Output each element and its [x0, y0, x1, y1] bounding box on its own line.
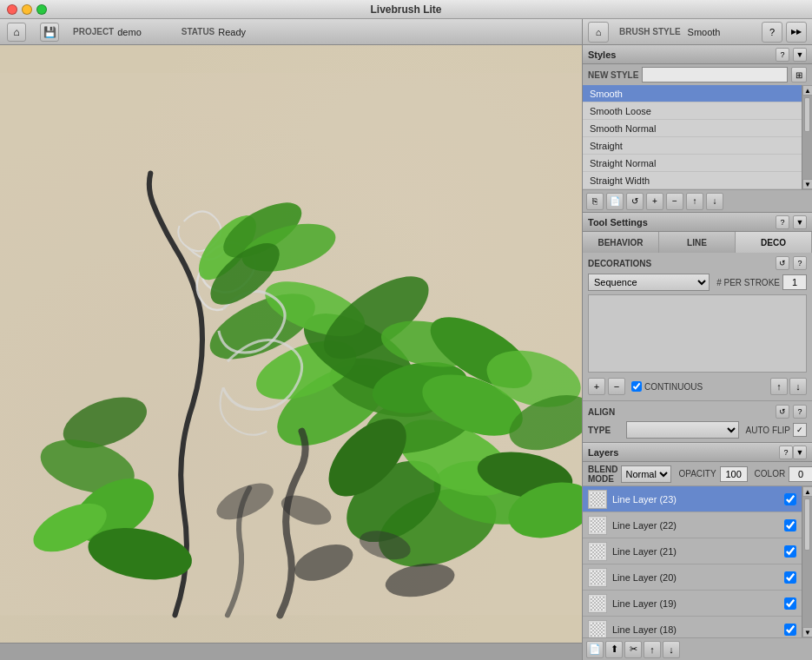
minimize-button[interactable] — [22, 4, 32, 15]
align-refresh-btn[interactable]: ↺ — [776, 405, 789, 419]
layer-check-21[interactable] — [784, 545, 796, 558]
styles-help-btn[interactable]: ? — [776, 48, 789, 62]
deco-plus-btn[interactable]: + — [588, 378, 605, 395]
style-item-straight[interactable]: Straight — [583, 137, 802, 155]
layer-check-22[interactable] — [784, 519, 796, 531]
app-title: Livebrush Lite — [370, 3, 441, 16]
deco-header-row: DECORATIONS ↺ ? — [588, 256, 807, 270]
auto-flip-check[interactable]: ✓ — [793, 423, 807, 437]
blend-mode-select[interactable]: Normal — [621, 465, 671, 483]
deco-section: DECORATIONS ↺ ? Sequence # PER STROKE — [583, 253, 812, 400]
layer-up-btn[interactable]: ↑ — [644, 641, 661, 658]
deco-up-btn[interactable]: ↑ — [770, 378, 788, 395]
align-help-btn[interactable]: ? — [793, 405, 807, 419]
layer-check-19[interactable] — [784, 597, 796, 610]
close-button[interactable] — [7, 4, 17, 15]
tool-settings-collapse-btn[interactable]: ▼ — [793, 215, 807, 229]
style-item-straight-width[interactable]: Straight Width — [583, 172, 802, 189]
color-input[interactable] — [789, 466, 812, 482]
deco-arrows: ↑ ↓ — [770, 378, 807, 395]
layers-help-btn[interactable]: ? — [779, 446, 793, 459]
status-label: STATUS — [182, 27, 215, 36]
home-button[interactable]: ⌂ — [7, 23, 26, 42]
layer-item-22[interactable]: Line Layer (22) — [583, 512, 802, 538]
expand-button[interactable]: ▶▶ — [786, 22, 807, 43]
maximize-button[interactable] — [36, 4, 47, 15]
continuous-checkbox[interactable] — [631, 381, 642, 392]
style-page-btn[interactable]: 📄 — [606, 193, 624, 210]
layers-scrollbar[interactable]: ▲ ▼ — [802, 486, 812, 637]
deco-refresh-btn[interactable]: ↺ — [776, 256, 789, 270]
per-stroke-label: # PER STROKE — [716, 278, 780, 287]
align-type-section: ALIGN ↺ ? TYPE AUTO FLIP ✓ — [583, 400, 812, 442]
style-refresh-btn[interactable]: ↺ — [626, 193, 644, 210]
layer-name-21: Line Layer (21) — [612, 546, 779, 557]
canvas[interactable] — [0, 45, 582, 643]
panel-toolbar: ⌂ BRUSH STYLE Smooth ? ▶▶ — [583, 19, 812, 45]
layer-item-20[interactable]: Line Layer (20) — [583, 564, 802, 591]
layers-title: Layers — [588, 447, 683, 458]
style-up-btn[interactable]: ↑ — [686, 193, 703, 210]
style-list: Smooth Smooth Loose Smooth Normal Straig… — [583, 85, 802, 189]
canvas-area: ⌂ 💾 PROJECT demo STATUS Ready — [0, 19, 582, 660]
canvas-svg — [0, 45, 582, 643]
tool-settings-section: Tool Settings ? ▼ BEHAVIOR LINE DECO DEC… — [583, 213, 812, 443]
layer-upload-btn[interactable]: ⬆ — [605, 641, 623, 658]
layer-list-container: Line Layer (23) Line Layer (22) Line Lay… — [583, 486, 812, 637]
help-button[interactable]: ? — [762, 22, 782, 43]
layer-name-20: Line Layer (20) — [612, 572, 779, 583]
style-plus-btn[interactable]: + — [646, 193, 663, 210]
layer-add-btn[interactable]: 📄 — [586, 641, 604, 658]
layer-item-23[interactable]: Line Layer (23) — [583, 486, 802, 512]
auto-flip-label: AUTO FLIP — [746, 426, 791, 435]
save-button[interactable]: 💾 — [40, 23, 59, 42]
layer-item-18[interactable]: Line Layer (18) — [583, 617, 802, 637]
layer-check-23[interactable] — [784, 493, 796, 505]
layers-section: Layers ? ▼ BLEND MODE Normal OPACITY COL… — [583, 443, 812, 660]
styles-header: Styles ? ▼ — [583, 45, 812, 64]
style-item-smooth[interactable]: Smooth — [583, 85, 802, 102]
tab-deco[interactable]: DECO — [736, 232, 812, 253]
layer-item-19[interactable]: Line Layer (19) — [583, 591, 802, 617]
layer-thumb-23 — [588, 490, 607, 509]
style-item-smooth-normal[interactable]: Smooth Normal — [583, 120, 802, 137]
project-group: PROJECT demo — [73, 27, 142, 37]
layer-thumb-19 — [588, 594, 607, 613]
tool-settings-header: Tool Settings ? ▼ — [583, 213, 812, 232]
style-down-btn[interactable]: ↓ — [706, 193, 723, 210]
opacity-input[interactable] — [720, 466, 748, 482]
style-minus-btn[interactable]: − — [666, 193, 683, 210]
panel-home-button[interactable]: ⌂ — [588, 22, 609, 43]
right-panel: ⌂ BRUSH STYLE Smooth ? ▶▶ Styles ? ▼ NEW… — [582, 19, 812, 660]
layer-check-18[interactable] — [784, 624, 796, 636]
layer-scissors-btn[interactable]: ✂ — [624, 641, 642, 658]
deco-minus-btn[interactable]: − — [608, 378, 625, 395]
styles-collapse-btn[interactable]: ▼ — [793, 48, 807, 62]
new-style-row: NEW STYLE ⊞ — [583, 64, 812, 85]
deco-sequence-select[interactable]: Sequence — [588, 274, 710, 291]
align-label: ALIGN — [588, 407, 623, 417]
style-item-smooth-loose[interactable]: Smooth Loose — [583, 102, 802, 120]
deco-help-btn[interactable]: ? — [793, 256, 807, 270]
tab-line[interactable]: LINE — [659, 232, 736, 253]
layer-down-btn[interactable]: ↓ — [663, 641, 680, 658]
tool-settings-tabs: BEHAVIOR LINE DECO — [583, 232, 812, 253]
layer-toolbar: 📄 ⬆ ✂ ↑ ↓ — [583, 637, 812, 660]
tab-behavior[interactable]: BEHAVIOR — [583, 232, 659, 253]
deco-down-btn[interactable]: ↓ — [789, 378, 807, 395]
new-style-input[interactable] — [642, 67, 788, 82]
per-stroke-input[interactable] — [782, 274, 807, 290]
titlebar: Livebrush Lite — [0, 0, 812, 19]
statusbar — [0, 643, 582, 660]
layer-check-20[interactable] — [784, 571, 796, 584]
toolbar: ⌂ 💾 PROJECT demo STATUS Ready — [0, 19, 582, 45]
style-copy-btn[interactable]: ⎘ — [586, 193, 604, 210]
layer-item-21[interactable]: Line Layer (21) — [583, 538, 802, 564]
new-style-icon-btn[interactable]: ⊞ — [791, 67, 807, 82]
styles-scrollbar[interactable]: ▲ ▼ — [802, 85, 812, 189]
style-item-straight-normal[interactable]: Straight Normal — [583, 155, 802, 172]
type-select[interactable] — [626, 421, 739, 439]
continuous-label: CONTINUOUS — [644, 382, 703, 392]
tool-settings-help-btn[interactable]: ? — [776, 215, 789, 229]
layers-collapse-btn[interactable]: ▼ — [793, 446, 807, 459]
